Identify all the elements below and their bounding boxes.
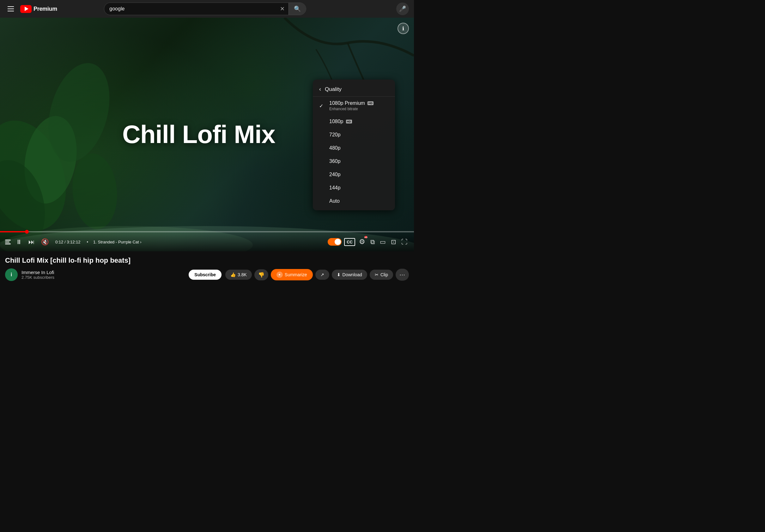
quality-option-144p[interactable]: 144p — [313, 181, 395, 194]
channel-row: i Immerse In Lofi 2.75K subscribers Subs… — [5, 268, 409, 281]
quality-option-auto[interactable]: Auto — [313, 194, 395, 208]
more-icon: ⋯ — [399, 271, 405, 278]
miniplayer-button[interactable]: ⧉ — [369, 237, 376, 247]
quality-option-block: 1080p PremiumHD Enhanced bitrate — [329, 101, 388, 111]
dislike-button[interactable]: 👎 — [254, 269, 268, 280]
like-button[interactable]: 👍 3.8K — [225, 270, 252, 280]
logo-area[interactable]: Premium — [20, 5, 57, 13]
quality-label-240p: 240p — [329, 172, 341, 177]
controls-right: CC ⚙ HD ⧉ ▭ ⊡ ⛶ — [328, 236, 409, 247]
download-icon: ⬇ — [337, 272, 341, 277]
microphone-button[interactable]: 🎤 — [396, 3, 409, 15]
track-info[interactable]: 1. Stranded - Purrple Cat › — [93, 240, 142, 244]
header: Premium ✕ 🔍 🎤 — [0, 0, 414, 18]
mute-button[interactable]: 🔇 — [40, 237, 50, 247]
hamburger-menu-icon[interactable] — [5, 4, 16, 14]
quality-label-360p: 360p — [329, 158, 341, 164]
quality-menu-header[interactable]: ‹ Quality — [313, 82, 395, 97]
theater-button[interactable]: ▭ — [379, 237, 387, 247]
like-icon: 👍 — [230, 272, 236, 277]
quality-label-480p: 480p — [329, 145, 341, 151]
quality-sublabel: Enhanced bitrate — [329, 107, 388, 111]
download-label: Download — [343, 272, 362, 277]
download-button[interactable]: ⬇ Download — [332, 270, 367, 280]
video-player[interactable]: Chill Lofi Mix ℹ ‹ Quality ✓ 1080p Premi… — [0, 18, 414, 251]
quality-option-1080p[interactable]: 1080pHD — [313, 115, 395, 128]
action-buttons: 👍 3.8K 👎 ✦ Summarize ↗ ⬇ Download — [225, 269, 409, 281]
quality-back-icon[interactable]: ‹ — [319, 86, 321, 93]
summarize-icon: ✦ — [277, 272, 283, 278]
next-button[interactable]: ⏭ — [27, 237, 36, 247]
quality-label: 1080p PremiumHD — [329, 101, 388, 106]
premium-label: Premium — [34, 6, 57, 12]
track-number: 1 — [93, 240, 95, 244]
current-time: 0:12 — [55, 240, 63, 244]
hd-badge-2: HD — [346, 120, 352, 124]
clip-button[interactable]: ✂ Clip — [370, 270, 393, 280]
video-main-title: Chill Lofi Mix [chill lo-fi hip hop beat… — [5, 256, 409, 265]
search-bar: ✕ 🔍 — [104, 3, 306, 15]
share-button[interactable]: ↗ — [315, 270, 329, 280]
subscribe-button[interactable]: Subscribe — [189, 270, 222, 280]
video-info-button[interactable]: ℹ — [397, 23, 409, 34]
toggle-knob — [335, 239, 341, 245]
video-info-section: Chill Lofi Mix [chill lo-fi hip hop beat… — [0, 251, 414, 284]
youtube-logo-icon — [20, 5, 32, 13]
playback-toggle[interactable] — [328, 238, 342, 246]
quality-option-240p[interactable]: 240p — [313, 168, 395, 181]
quality-label-auto: Auto — [329, 198, 340, 204]
channel-icon: i — [5, 268, 18, 281]
more-actions-button[interactable]: ⋯ — [395, 269, 409, 281]
cast-button[interactable]: ⊡ — [389, 237, 397, 247]
quality-label-720p: 720p — [329, 132, 341, 137]
quality-label-1080p: 1080pHD — [329, 119, 388, 125]
total-time: 3:12:12 — [67, 240, 80, 244]
dislike-icon: 👎 — [258, 272, 265, 278]
quality-option-480p[interactable]: 480p — [313, 141, 395, 155]
quality-option-1080p-premium[interactable]: ✓ 1080p PremiumHD Enhanced bitrate — [313, 97, 395, 115]
channel-name: Immerse In Lofi — [21, 270, 185, 275]
search-clear-icon[interactable]: ✕ — [276, 3, 289, 15]
header-right-controls: 🎤 — [396, 3, 409, 15]
track-separator: • — [87, 240, 89, 244]
fullscreen-button[interactable]: ⛶ — [400, 237, 409, 247]
channel-subscribers: 2.75K subscribers — [21, 275, 185, 280]
share-icon: ↗ — [321, 272, 324, 277]
clip-label: Clip — [381, 272, 388, 277]
search-submit-button[interactable]: 🔍 — [289, 3, 306, 15]
settings-button-wrapper: ⚙ HD — [358, 236, 367, 247]
hd-badge: HD — [368, 101, 374, 105]
track-name: Stranded - Purrple Cat — [98, 240, 139, 244]
quality-menu-title: Quality — [325, 86, 342, 93]
like-count: 3.8K — [238, 272, 247, 277]
summarize-label: Summarize — [285, 272, 307, 277]
quality-option-360p[interactable]: 360p — [313, 155, 395, 168]
quality-option-720p[interactable]: 720p — [313, 128, 395, 141]
quality-checkmark: ✓ — [319, 103, 326, 109]
music-wave-icon — [5, 240, 11, 244]
channel-info: Immerse In Lofi 2.75K subscribers — [21, 270, 185, 280]
settings-hd-badge: HD — [365, 236, 367, 238]
quality-menu: ‹ Quality ✓ 1080p PremiumHD Enhanced bit… — [313, 80, 395, 210]
search-input[interactable] — [104, 3, 276, 14]
summarize-button[interactable]: ✦ Summarize — [271, 269, 313, 280]
video-title-overlay: Chill Lofi Mix — [122, 120, 275, 149]
time-display: 0:12 / 3:12:12 — [55, 240, 81, 244]
controls-bar: ⏸ ⏭ 🔇 0:12 / 3:12:12 • 1. Stranded - Pur… — [0, 232, 414, 251]
pause-button[interactable]: ⏸ — [15, 237, 23, 247]
quality-option-block-2: 1080pHD — [329, 119, 388, 125]
quality-label-144p: 144p — [329, 185, 341, 191]
captions-button[interactable]: CC — [344, 238, 355, 246]
clip-icon: ✂ — [375, 272, 379, 277]
